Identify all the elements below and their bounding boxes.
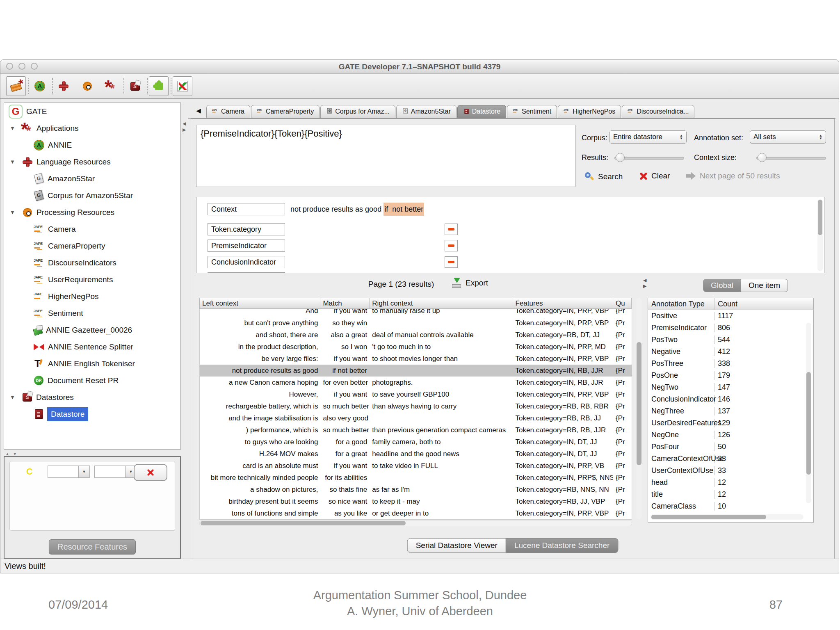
- viewer-toggle-button[interactable]: Lucene Datastore Searcher: [506, 538, 618, 553]
- stats-row[interactable]: UserContextOfUse 33: [648, 465, 813, 477]
- annotation-cell[interactable]: [303, 272, 304, 273]
- annotation-cell[interactable]: [290, 223, 291, 236]
- expand-arrow-icon[interactable]: ▼: [9, 159, 22, 165]
- annotation-cell[interactable]: [297, 239, 297, 252]
- stats-row[interactable]: CameraClass 10: [648, 500, 813, 512]
- feature-value-combo[interactable]: ▼: [94, 466, 137, 478]
- results-slider-thumb[interactable]: [616, 153, 625, 162]
- stats-scope-tab[interactable]: One item: [741, 279, 788, 292]
- remove-row-button[interactable]: [445, 224, 458, 235]
- table-row[interactable]: bit more technically minded people for i…: [200, 472, 632, 484]
- stats-horizontal-scrollbar[interactable]: [651, 514, 803, 520]
- document-tab[interactable]: Datastore: [457, 105, 506, 118]
- annotation-cell[interactable]: [294, 272, 295, 273]
- pattern-row-label[interactable]: [208, 272, 285, 273]
- stats-row[interactable]: Negative 412: [648, 346, 813, 358]
- splitter-down-icon[interactable]: ▼: [13, 452, 17, 456]
- expand-arrow-icon[interactable]: ▼: [9, 394, 22, 400]
- annotation-cell[interactable]: [301, 223, 301, 236]
- sidebar-item[interactable]: ▼ Datastore: [4, 406, 180, 422]
- annotation-cell[interactable]: [305, 272, 306, 273]
- annotation-cell[interactable]: [301, 272, 301, 273]
- column-header[interactable]: Annotation Type: [648, 298, 714, 310]
- sidebar-item[interactable]: ▼ ANNIE English Tokeniser: [4, 355, 180, 372]
- splitter-right-icon[interactable]: ▶: [183, 128, 186, 132]
- export-button[interactable]: Export: [452, 277, 488, 289]
- sidebar-item[interactable]: ▼ ANNIE Sentence Splitter: [4, 338, 180, 355]
- pattern-row-label[interactable]: Token.category: [208, 223, 285, 235]
- column-header[interactable]: Left context: [200, 298, 320, 308]
- table-row[interactable]: rechargeable battery, which is so much b…: [200, 400, 632, 412]
- annotation-cell[interactable]: [297, 223, 297, 236]
- stats-row[interactable]: NegThree 137: [648, 405, 813, 417]
- annotation-cell[interactable]: [297, 256, 297, 269]
- column-header[interactable]: Count: [714, 298, 813, 310]
- stats-row[interactable]: NegOne 126: [648, 429, 813, 441]
- sidebar-item[interactable]: ▼ Processing Resources: [4, 204, 180, 221]
- annotation-cell[interactable]: [301, 239, 301, 252]
- table-row[interactable]: a new Canon camera hoping for even bette…: [200, 377, 632, 388]
- toolbar-button[interactable]: [101, 76, 121, 96]
- context-size-slider-thumb[interactable]: [758, 153, 767, 162]
- remove-row-button[interactable]: [445, 240, 458, 251]
- sidebar-item[interactable]: ▼ GATE: [4, 103, 180, 120]
- sidebar-item[interactable]: ▼ ANNIE Gazetteer_00026: [4, 322, 180, 338]
- next-page-button[interactable]: Next page of 50 results: [686, 171, 780, 180]
- table-row[interactable]: card is an absolute must if you want to …: [200, 460, 632, 472]
- table-row[interactable]: However, if you want to save yourself GB…: [200, 388, 632, 400]
- document-tab[interactable]: Camera: [206, 105, 250, 118]
- table-row[interactable]: but can't prove anything so they win Tok…: [200, 317, 632, 329]
- annotation-cell[interactable]: [305, 256, 306, 269]
- clear-button[interactable]: Clear: [639, 171, 670, 180]
- annotation-cell[interactable]: [292, 272, 293, 273]
- stack-vertical-scrollbar[interactable]: [817, 199, 823, 271]
- table-row[interactable]: and the image stabilisation is also very…: [200, 412, 632, 424]
- toolbar-button[interactable]: [6, 76, 26, 96]
- sidebar-item[interactable]: ▼ Camera: [4, 221, 180, 237]
- scrollbar-thumb[interactable]: [637, 342, 641, 465]
- annotation-cell[interactable]: [290, 239, 291, 252]
- sidebar-item[interactable]: ▼ Document Reset PR: [4, 372, 180, 389]
- stats-row[interactable]: PosThree 338: [648, 358, 813, 370]
- annotation-cell[interactable]: [294, 256, 295, 269]
- sidebar-item[interactable]: ▼ Applications: [4, 120, 180, 137]
- annotation-cell[interactable]: [305, 223, 306, 236]
- stats-row[interactable]: PosOne 179: [648, 370, 813, 381]
- document-tab[interactable]: CameraProperty: [251, 105, 320, 118]
- delete-feature-button[interactable]: [134, 464, 167, 481]
- query-input[interactable]: {PremiseIndicator}{Token}{Positive}: [196, 125, 575, 187]
- splitter-right-icon[interactable]: ▶: [643, 284, 646, 288]
- pattern-row-label[interactable]: PremiseIndicator: [208, 240, 285, 252]
- stats-scope-tab[interactable]: Global: [703, 279, 741, 292]
- annotation-cell[interactable]: [292, 239, 293, 252]
- results-vertical-scrollbar[interactable]: [636, 298, 642, 519]
- stats-vertical-scrollbar[interactable]: [806, 323, 811, 503]
- chevron-down-icon[interactable]: ▼: [79, 466, 90, 478]
- annotation-cell[interactable]: [305, 239, 306, 252]
- scroll-tabs-left-button[interactable]: ◀: [192, 105, 205, 117]
- sidebar-item[interactable]: ▼ ANNIE: [4, 137, 180, 153]
- sidebar-vertical-splitter[interactable]: ◀ ▶: [183, 121, 186, 132]
- sidebar-item[interactable]: ▼ UserRequirements: [4, 271, 180, 288]
- stats-row[interactable]: Positive 1117: [648, 310, 813, 322]
- document-tab[interactable]: HigherNegPos: [558, 105, 621, 118]
- document-tab[interactable]: DiscourseIndica...: [622, 105, 694, 118]
- scrollbar-thumb[interactable]: [806, 372, 811, 475]
- combo-value[interactable]: [48, 466, 79, 478]
- table-row[interactable]: be very large files: if you want to shoo…: [200, 353, 632, 365]
- annotation-cell[interactable]: [292, 223, 293, 236]
- stats-row[interactable]: PosFour 50: [648, 441, 813, 453]
- remove-row-button[interactable]: [445, 256, 458, 268]
- splitter-left-icon[interactable]: ◀: [643, 278, 646, 283]
- sidebar-horizontal-splitter[interactable]: ▲ ▼: [4, 450, 181, 455]
- sidebar-item[interactable]: ▼ CameraProperty: [4, 237, 180, 254]
- column-header[interactable]: Features: [513, 298, 614, 308]
- annotation-cell[interactable]: [303, 223, 304, 236]
- stats-row[interactable]: UserDesiredFeatures 129: [648, 417, 813, 429]
- expand-arrow-icon[interactable]: ▼: [9, 125, 22, 131]
- scrollbar-thumb[interactable]: [651, 515, 766, 519]
- table-row[interactable]: And if you want to manually raise it up …: [200, 309, 632, 317]
- toolbar-button[interactable]: [30, 76, 50, 96]
- toolbar-button[interactable]: [125, 76, 145, 96]
- stats-row[interactable]: CameraContextOfUse 33: [648, 453, 813, 465]
